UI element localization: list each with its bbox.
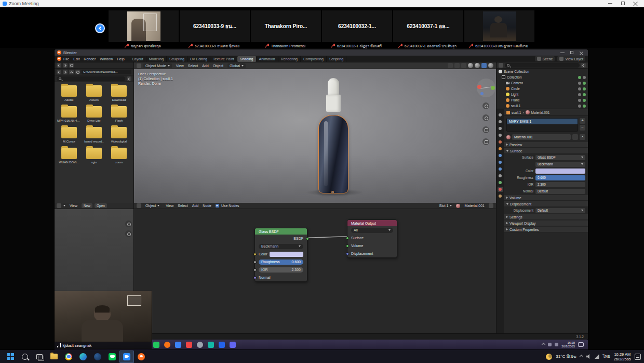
visibility-icon[interactable] [578, 87, 581, 90]
distribution-dropdown[interactable]: Beckmann [535, 162, 585, 167]
visibility-icon[interactable] [578, 105, 581, 108]
network-icon[interactable] [595, 354, 599, 359]
editor-type-icon[interactable] [57, 63, 61, 68]
section-preview[interactable]: Preview [504, 141, 588, 148]
viewport-menu-item[interactable]: Add [200, 63, 210, 68]
color-input-socket[interactable] [253, 253, 257, 256]
action-center-icon[interactable] [635, 354, 641, 360]
target-dropdown[interactable]: All [351, 228, 393, 233]
previous-participants-button[interactable] [95, 23, 105, 33]
speaker-icon[interactable] [586, 354, 591, 359]
participant-video[interactable]: 623410037-1 อล... [393, 10, 464, 43]
outliner-row-collection[interactable]: Collection [497, 74, 588, 80]
participant-video[interactable] [108, 10, 179, 43]
editor-type-icon[interactable] [499, 63, 503, 68]
notification-icon[interactable] [578, 342, 584, 347]
pan-tool-icon[interactable] [482, 114, 489, 121]
image-open-button[interactable]: Open [95, 203, 107, 208]
view-layer-selector[interactable]: View Layer [557, 56, 585, 61]
tab-modeling[interactable]: Modeling [146, 56, 167, 62]
section-volume[interactable]: Volume [504, 195, 588, 201]
app-icon[interactable] [230, 342, 236, 348]
material-slot-item[interactable]: MARY SAKE 1 [507, 119, 578, 124]
material-output-node[interactable]: Material Output All Surface Volume Displ… [347, 219, 397, 258]
search-button[interactable] [18, 351, 32, 363]
participant-tile[interactable]: 6234100032-1... 623410032-1 ณัฏฐา ข้อนศร… [321, 10, 393, 48]
participant-video[interactable] [464, 10, 535, 43]
image-editor-canvas[interactable] [55, 209, 133, 293]
blender-maximize-button[interactable] [568, 50, 576, 56]
outliner-row-scene-collection[interactable]: Scene Collection [497, 69, 588, 74]
section-custom-properties[interactable]: Custom Properties [504, 226, 588, 232]
render-tab[interactable] [498, 119, 503, 124]
section-displacement[interactable]: Displacement [504, 201, 588, 207]
render-visibility-icon[interactable] [583, 99, 586, 102]
section-settings[interactable]: Settings [504, 214, 588, 220]
folder-item[interactable]: Flash [106, 106, 131, 122]
tab-shading[interactable]: Shading [237, 56, 257, 62]
output-tab[interactable] [498, 126, 503, 131]
folder-item[interactable]: xgin [82, 148, 106, 164]
tab-sculpting[interactable]: Sculpting [167, 56, 187, 62]
menu-item[interactable]: Edit [71, 57, 82, 61]
render-visibility-icon[interactable] [583, 87, 586, 90]
add-slot-button[interactable]: + [580, 118, 585, 124]
menu-item[interactable]: Help [115, 57, 126, 61]
gizmo-x-axis-dot[interactable] [477, 85, 481, 89]
unlink-button[interactable]: × [580, 134, 585, 140]
start-button[interactable] [3, 351, 18, 363]
minimize-button[interactable] [604, 0, 616, 7]
visibility-icon[interactable] [578, 82, 581, 85]
surface-input-socket[interactable] [346, 237, 349, 240]
blender-menu-logo-icon[interactable] [57, 57, 61, 61]
folder-item[interactable]: Drive Lite [82, 106, 106, 122]
mode-dropdown[interactable]: Object Mode [143, 63, 172, 68]
folder-item[interactable]: WUAN.BOVt... [57, 148, 82, 164]
chrome-button[interactable] [61, 351, 76, 363]
blender-minimize-button[interactable] [558, 50, 567, 56]
scene-selector[interactable]: Scene [535, 56, 555, 61]
participant-video[interactable]: 623410033-9 ธน... [179, 10, 250, 43]
app-icon[interactable] [208, 342, 214, 348]
outliner-row-light[interactable]: Light [497, 92, 588, 97]
language-indicator[interactable]: ไทย [603, 353, 610, 360]
tray-expand-icon[interactable] [580, 355, 583, 358]
viewport-menu-item[interactable]: Object [211, 63, 225, 68]
participant-video[interactable]: 6234100032-1... [321, 10, 393, 43]
material-slot-list[interactable]: MARY SAKE 1 [506, 118, 578, 132]
distribution-dropdown[interactable]: Beckmann [259, 244, 303, 249]
task-view-button[interactable] [32, 351, 47, 363]
settings-icon[interactable] [197, 342, 203, 348]
object-data-tab[interactable] [498, 180, 503, 185]
taskbar-clock[interactable]: 10:29 AM 26/3/2565 [614, 352, 631, 361]
shader-editor-canvas[interactable]: Glass BSDF BSDF Beckmann Color [134, 209, 496, 333]
viewport-canvas[interactable]: User Perspective (1) Collection | scull.… [134, 69, 496, 203]
participant-tile[interactable]: Thanakorn Piro... Thanakorn Piromchai [250, 10, 321, 48]
outliner-row-plane[interactable]: Plane [497, 97, 588, 103]
maximize-button[interactable] [616, 0, 629, 7]
gizmo-y-axis-dot[interactable] [491, 86, 495, 90]
camera-view-icon[interactable] [482, 126, 489, 133]
editor-type-icon[interactable] [137, 203, 141, 208]
dropper-bulb[interactable] [328, 78, 339, 95]
image-new-button[interactable]: New [82, 203, 92, 208]
zoom-tool-icon[interactable] [482, 102, 489, 109]
render-visibility-icon[interactable] [583, 76, 586, 79]
volume-input-socket[interactable] [346, 244, 349, 248]
physics-tab[interactable] [498, 166, 503, 172]
tab-scripting[interactable]: Scripting [327, 56, 346, 62]
tab-rendering[interactable]: Rendering [278, 56, 301, 62]
glass-bsdf-node[interactable]: Glass BSDF BSDF Beckmann Color [254, 228, 307, 282]
blender-button[interactable] [134, 351, 149, 363]
participant-tile[interactable]: 623410033-9 ธน... 623410033-9 ธนเดช ฟุ้ง… [179, 10, 250, 48]
visibility-icon[interactable] [578, 99, 581, 102]
browser-app-button[interactable] [90, 351, 105, 363]
render-visibility-icon[interactable] [583, 82, 586, 85]
tab-layout[interactable]: Layout [130, 56, 146, 62]
tray-expand-icon[interactable] [542, 343, 545, 346]
roughness-slider[interactable]: 0.600 [535, 175, 585, 180]
visibility-icon[interactable] [578, 76, 581, 79]
material-name-field[interactable]: Material.001 [462, 203, 487, 208]
material-name-field[interactable]: Material.001 [512, 134, 571, 140]
pan-tool-icon[interactable] [125, 230, 132, 237]
